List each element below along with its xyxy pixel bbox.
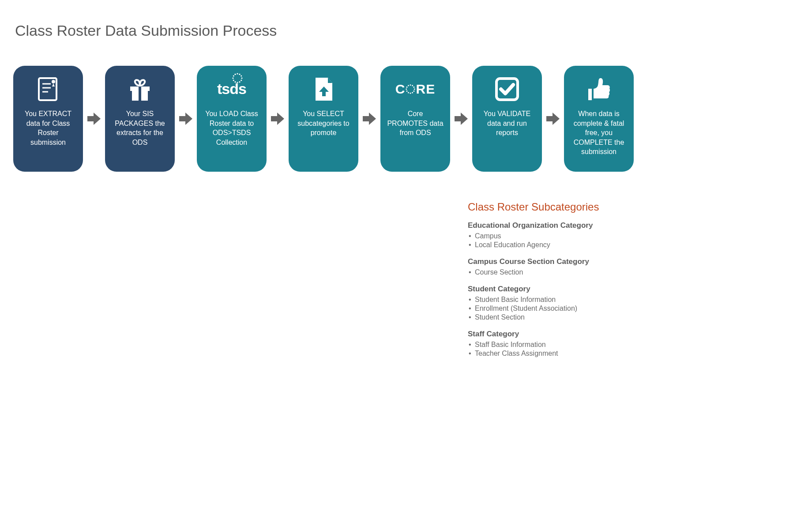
process-step-2: Your SIS PACKAGES the extracts for the O… [105, 66, 175, 172]
subcategory-item: Teacher Class Assignment [468, 349, 618, 358]
upload-icon [310, 74, 337, 105]
process-step-label: You SELECT subcategories to promote [294, 109, 353, 138]
subcategory-group: Student CategoryStudent Basic Informatio… [468, 285, 618, 322]
process-flow: You EXTRACT data for Class Roster submis… [13, 66, 799, 172]
subcategory-title: Staff Category [468, 330, 618, 339]
subcategory-item: Staff Basic Information [468, 340, 618, 349]
process-step-6: You VALIDATE data and run reports [472, 66, 542, 172]
arrow-icon [178, 111, 193, 126]
subcategory-title: Student Category [468, 285, 618, 294]
process-step-5: CRECore PROMOTES data from ODS [380, 66, 450, 172]
subcategories-heading: Class Roster Subcategories [468, 201, 618, 213]
subcategory-item: Enrollment (Student Association) [468, 304, 618, 313]
arrow-icon [86, 111, 102, 126]
process-step-label: You LOAD Class Roster data to ODS>TSDS C… [202, 109, 261, 147]
subcategory-item: Student Basic Information [468, 295, 618, 304]
arrow-icon [362, 111, 377, 126]
subcategory-item: Campus [468, 232, 618, 241]
subcategory-title: Campus Course Section Category [468, 257, 618, 266]
document-icon [36, 74, 60, 105]
subcategory-item: Student Section [468, 313, 618, 322]
subcategory-group: Campus Course Section CategoryCourse Sec… [468, 257, 618, 277]
process-step-3: tsdsYou LOAD Class Roster data to ODS>TS… [197, 66, 267, 172]
subcategories-panel: Class Roster Subcategories Educational O… [468, 201, 618, 366]
process-step-label: When data is complete & fatal free, you … [569, 109, 628, 157]
gift-icon [127, 74, 153, 105]
tsds-logo-icon: tsds [217, 74, 246, 105]
subcategory-list: Course Section [468, 268, 618, 277]
process-step-label: Your SIS PACKAGES the extracts for the O… [110, 109, 169, 147]
page-title: Class Roster Data Submission Process [15, 22, 799, 39]
core-logo-icon: CRE [395, 80, 435, 98]
process-step-1: You EXTRACT data for Class Roster submis… [13, 66, 83, 172]
tsds-logo-icon: tsds [217, 79, 246, 99]
process-step-4: You SELECT subcategories to promote [289, 66, 358, 172]
subcategory-group: Educational Organization CategoryCampusL… [468, 221, 618, 249]
core-logo-icon: CRE [395, 74, 435, 105]
thumbs-up-icon [586, 74, 612, 105]
process-step-label: Core PROMOTES data from ODS [386, 109, 445, 138]
arrow-icon [270, 111, 285, 126]
subcategory-title: Educational Organization Category [468, 221, 618, 230]
subcategory-list: Student Basic InformationEnrollment (Stu… [468, 295, 618, 322]
arrow-icon [454, 111, 469, 126]
subcategory-list: Staff Basic InformationTeacher Class Ass… [468, 340, 618, 358]
process-step-label: You EXTRACT data for Class Roster submis… [19, 109, 78, 147]
checkbox-icon [494, 74, 520, 105]
process-step-7: When data is complete & fatal free, you … [564, 66, 634, 172]
subcategory-list: CampusLocal Education Agency [468, 232, 618, 249]
subcategory-group: Staff CategoryStaff Basic InformationTea… [468, 330, 618, 358]
process-step-label: You VALIDATE data and run reports [477, 109, 537, 138]
arrow-icon [545, 111, 560, 126]
subcategory-item: Course Section [468, 268, 618, 277]
subcategory-item: Local Education Agency [468, 241, 618, 249]
